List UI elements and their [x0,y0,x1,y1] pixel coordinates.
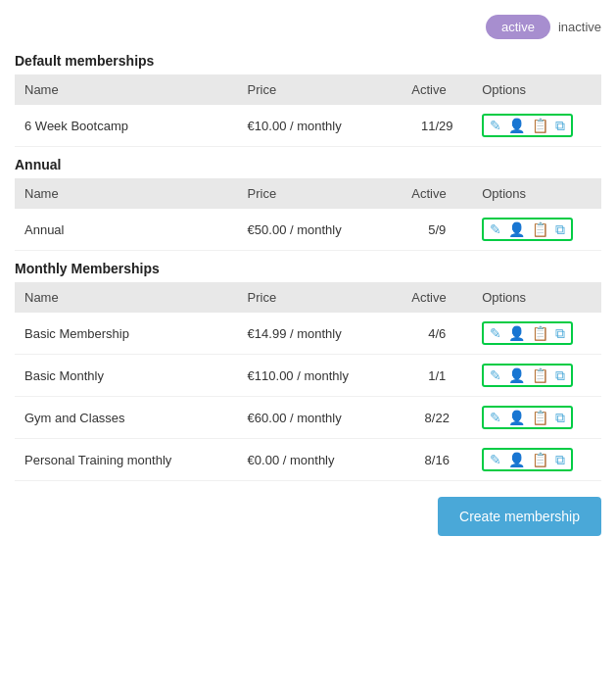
col-header-active: Active [402,178,472,209]
options-cell: ✎👤📋⧉ [482,321,573,345]
row-options: ✎👤📋⧉ [472,397,601,439]
table-row: Personal Training monthly€0.00 / monthly… [15,439,601,481]
list-icon[interactable]: 📋 [530,221,550,237]
toggle-active-button[interactable]: active [486,15,550,39]
membership-table-1: NamePriceActiveOptionsAnnual€50.00 / mon… [15,178,601,251]
bottom-bar: Create membership [15,497,601,536]
col-header-price: Price [238,74,403,105]
user-icon[interactable]: 👤 [506,410,527,425]
table-row: Basic Monthly€110.00 / monthly1/1✎👤📋⧉ [15,355,601,397]
edit-icon[interactable]: ✎ [488,221,503,237]
user-icon[interactable]: 👤 [506,118,527,133]
list-icon[interactable]: 📋 [530,410,550,425]
col-header-options: Options [472,282,601,313]
user-icon[interactable]: 👤 [506,325,527,341]
row-price: €0.00 / monthly [238,439,403,481]
row-name: 6 Week Bootcamp [15,105,238,147]
copy-icon[interactable]: ⧉ [553,452,567,467]
edit-icon[interactable]: ✎ [488,118,503,133]
table-row: Basic Membership€14.99 / monthly4/6✎👤📋⧉ [15,313,601,355]
col-header-name: Name [15,282,238,313]
copy-icon[interactable]: ⧉ [553,410,567,425]
row-name: Annual [15,209,238,251]
section-heading-2: Monthly Memberships [15,261,601,276]
row-price: €50.00 / monthly [238,209,403,251]
membership-table-2: NamePriceActiveOptionsBasic Membership€1… [15,282,601,481]
col-header-options: Options [472,178,601,209]
row-price: €10.00 / monthly [238,105,403,147]
options-cell: ✎👤📋⧉ [482,218,573,241]
list-icon[interactable]: 📋 [530,367,550,383]
table-row: 6 Week Bootcamp€10.00 / monthly11/29✎👤📋⧉ [15,105,601,147]
table-row: Gym and Classes€60.00 / monthly8/22✎👤📋⧉ [15,397,601,439]
table-row: Annual€50.00 / monthly5/9✎👤📋⧉ [15,209,601,251]
row-active-count: 8/22 [402,397,472,439]
row-options: ✎👤📋⧉ [472,209,601,251]
row-name: Personal Training monthly [15,439,238,481]
options-cell: ✎👤📋⧉ [482,364,573,387]
options-cell: ✎👤📋⧉ [482,114,573,137]
section-2: Monthly MembershipsNamePriceActiveOption… [15,261,601,481]
row-price: €60.00 / monthly [238,397,403,439]
toggle-inactive-button[interactable]: inactive [558,20,601,34]
row-options: ✎👤📋⧉ [472,313,601,355]
row-name: Gym and Classes [15,397,238,439]
copy-icon[interactable]: ⧉ [553,325,567,341]
row-active-count: 1/1 [402,355,472,397]
section-heading-0: Default memberships [15,53,601,69]
user-icon[interactable]: 👤 [506,221,527,237]
row-name: Basic Membership [15,313,238,355]
edit-icon[interactable]: ✎ [488,325,503,341]
copy-icon[interactable]: ⧉ [553,221,567,237]
list-icon[interactable]: 📋 [530,118,550,133]
toggle-row: active inactive [15,15,601,39]
user-icon[interactable]: 👤 [506,452,527,467]
row-options: ✎👤📋⧉ [472,355,601,397]
user-icon[interactable]: 👤 [506,367,527,383]
row-active-count: 8/16 [402,439,472,481]
col-header-name: Name [15,178,238,209]
section-0: Default membershipsNamePriceActiveOption… [15,53,601,147]
edit-icon[interactable]: ✎ [488,452,503,467]
options-cell: ✎👤📋⧉ [482,406,573,429]
section-heading-1: Annual [15,157,601,172]
col-header-options: Options [472,74,601,105]
row-options: ✎👤📋⧉ [472,105,601,147]
row-price: €14.99 / monthly [238,313,403,355]
options-cell: ✎👤📋⧉ [482,448,573,471]
col-header-name: Name [15,74,238,105]
col-header-price: Price [238,178,403,209]
sections-container: Default membershipsNamePriceActiveOption… [15,53,601,481]
row-active-count: 4/6 [402,313,472,355]
edit-icon[interactable]: ✎ [488,410,503,425]
col-header-active: Active [402,282,472,313]
row-active-count: 11/29 [402,105,472,147]
create-membership-button[interactable]: Create membership [438,497,601,536]
copy-icon[interactable]: ⧉ [553,367,567,383]
copy-icon[interactable]: ⧉ [553,118,567,133]
membership-table-0: NamePriceActiveOptions6 Week Bootcamp€10… [15,74,601,147]
edit-icon[interactable]: ✎ [488,367,503,383]
row-price: €110.00 / monthly [238,355,403,397]
row-name: Basic Monthly [15,355,238,397]
list-icon[interactable]: 📋 [530,452,550,467]
row-active-count: 5/9 [402,209,472,251]
col-header-price: Price [238,282,403,313]
section-1: AnnualNamePriceActiveOptionsAnnual€50.00… [15,157,601,251]
col-header-active: Active [402,74,472,105]
row-options: ✎👤📋⧉ [472,439,601,481]
list-icon[interactable]: 📋 [530,325,550,341]
